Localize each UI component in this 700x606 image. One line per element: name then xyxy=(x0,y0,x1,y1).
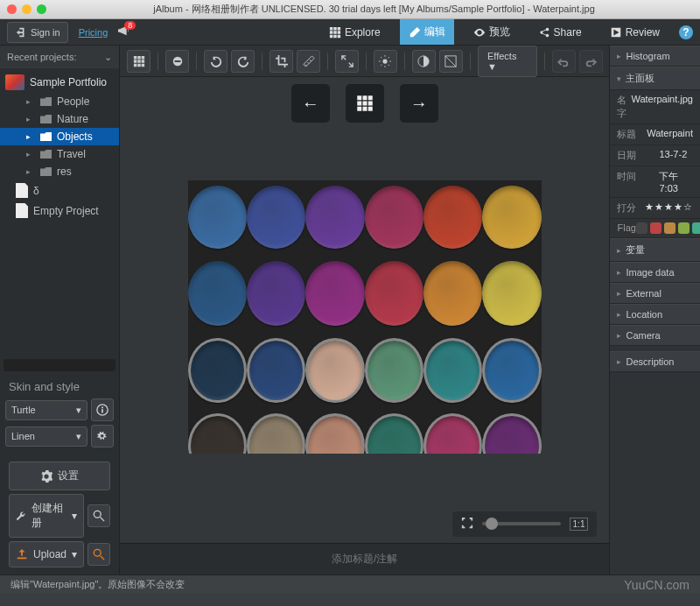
folder-icon xyxy=(40,150,52,159)
notif-badge: 8 xyxy=(124,21,136,30)
section-main-panel[interactable]: ▾主面板 xyxy=(610,67,700,90)
next-image-button[interactable]: → xyxy=(400,84,438,123)
search-icon xyxy=(93,510,105,522)
sidebar-scrollbar[interactable] xyxy=(4,359,116,371)
contrast-button[interactable] xyxy=(412,50,436,73)
search-upload-button[interactable] xyxy=(88,543,110,566)
expand-icon: ▸ xyxy=(26,150,35,159)
prop-value[interactable]: Waterpaint xyxy=(647,128,693,141)
flag-color[interactable] xyxy=(678,222,690,234)
chevron-down-icon: ▾ xyxy=(72,548,77,560)
create-album-label: 创建相册 xyxy=(32,501,66,531)
rotate-right-button[interactable] xyxy=(231,50,255,73)
flag-color[interactable] xyxy=(636,222,648,234)
section-variables[interactable]: ▸变量 xyxy=(610,238,700,262)
prop-name: 名字Waterpaint.jpg xyxy=(610,90,700,124)
settings-button[interactable]: 设置 xyxy=(9,462,110,490)
close-window[interactable] xyxy=(7,4,17,14)
theme-settings-button[interactable] xyxy=(91,425,114,447)
tree-label: Travel xyxy=(57,148,86,160)
tree-label: δ xyxy=(33,185,39,197)
skin-select[interactable]: Turtle▾ xyxy=(5,400,88,420)
help-button[interactable]: ? xyxy=(679,25,693,39)
zoom-fit-button[interactable] xyxy=(461,517,473,532)
rating-stars[interactable]: ★★★★☆ xyxy=(645,201,693,215)
flag-color[interactable] xyxy=(664,222,676,234)
exclude-button[interactable] xyxy=(165,50,189,73)
tree-item-people[interactable]: ▸People xyxy=(0,93,119,110)
tree-label: Objects xyxy=(57,130,93,143)
theme-value: Linen xyxy=(11,431,35,441)
section-external[interactable]: ▸External xyxy=(610,283,700,304)
edit-tab[interactable]: 编辑 xyxy=(400,19,454,45)
sign-in-button[interactable]: Sign in xyxy=(7,22,68,43)
flag-color[interactable] xyxy=(650,222,662,234)
rotate-left-button[interactable] xyxy=(204,50,228,73)
paint-pan xyxy=(424,413,482,454)
recent-projects-header[interactable]: Recent projects: ⌄ xyxy=(0,46,119,68)
caption-input[interactable]: 添加标题/注解 xyxy=(120,543,609,574)
flag-color[interactable] xyxy=(692,222,700,234)
redo-icon xyxy=(584,55,597,67)
flag-colors[interactable] xyxy=(636,222,700,234)
svg-point-1 xyxy=(94,511,101,518)
undo-button[interactable] xyxy=(552,50,576,73)
tree-label: Empty Project xyxy=(33,205,99,217)
straighten-button[interactable] xyxy=(297,50,320,73)
theme-select[interactable]: Linen▾ xyxy=(5,426,88,447)
review-tab[interactable]: Review xyxy=(601,21,668,44)
share-tab[interactable]: Share xyxy=(529,21,591,44)
tree-item-loose-1[interactable]: δ xyxy=(0,180,119,201)
prop-value[interactable]: 13-7-2 xyxy=(659,149,693,162)
grid-view-button[interactable] xyxy=(127,50,150,73)
skin-info-button[interactable] xyxy=(91,398,114,421)
tree-root[interactable]: Sample Portfolio xyxy=(0,72,119,93)
minus-circle-icon xyxy=(172,55,184,67)
skin-section-label: Skin and style xyxy=(0,373,119,397)
grid-return-button[interactable] xyxy=(346,84,384,123)
tree-item-travel[interactable]: ▸Travel xyxy=(0,145,119,163)
prop-key: 日期 xyxy=(617,149,659,162)
zoom-window[interactable] xyxy=(37,4,46,14)
section-location[interactable]: ▸Location xyxy=(610,304,700,325)
effects-dropdown[interactable]: Effects ▼ xyxy=(478,46,537,77)
section-camera[interactable]: ▸Camera xyxy=(610,325,700,346)
section-image-data[interactable]: ▸Image data xyxy=(610,262,700,283)
crop-button[interactable] xyxy=(270,50,293,73)
search-icon xyxy=(93,548,105,560)
search-album-button[interactable] xyxy=(88,504,110,527)
prop-value[interactable]: Waterpaint.jpg xyxy=(631,94,693,120)
expand-icon: ▸ xyxy=(617,268,621,277)
minimize-window[interactable] xyxy=(22,4,32,14)
upload-button[interactable]: Upload▾ xyxy=(9,541,84,567)
create-album-button[interactable]: 创建相册▾ xyxy=(9,494,84,538)
tree-item-loose-2[interactable]: Empty Project xyxy=(0,201,119,221)
upload-label: Upload xyxy=(33,548,66,560)
image-preview[interactable] xyxy=(188,180,542,454)
tree-item-objects[interactable]: ▸Objects xyxy=(0,128,119,145)
redo-button[interactable] xyxy=(579,50,603,73)
share-icon xyxy=(538,26,550,39)
prop-title: 标题Waterpaint xyxy=(610,124,700,145)
levels-button[interactable] xyxy=(439,50,463,73)
prop-value[interactable]: 下午7:03 xyxy=(659,170,693,194)
paint-pan xyxy=(305,413,364,454)
contrast-icon xyxy=(417,55,430,67)
prop-key: 时间 xyxy=(617,170,659,194)
tree-item-nature[interactable]: ▸Nature xyxy=(0,110,119,128)
adjust-button[interactable] xyxy=(374,50,397,73)
notifications-button[interactable]: 8 xyxy=(118,25,130,39)
resize-button[interactable] xyxy=(335,50,359,73)
preview-tab[interactable]: 预览 xyxy=(465,19,519,45)
prev-image-button[interactable]: ← xyxy=(291,84,330,123)
tree-item-res[interactable]: ▸res xyxy=(0,163,119,180)
review-label: Review xyxy=(626,26,660,39)
zoom-slider[interactable] xyxy=(482,522,561,525)
sign-in-label: Sign in xyxy=(31,27,60,38)
explore-tab[interactable]: Explore xyxy=(320,21,389,44)
section-histogram[interactable]: ▸Histogram xyxy=(610,46,700,67)
pricing-link[interactable]: Pricing xyxy=(79,27,108,38)
zoom-100-button[interactable]: 1:1 xyxy=(570,518,589,531)
expand-icon: ▸ xyxy=(26,97,35,106)
section-description[interactable]: ▸Description xyxy=(610,351,700,372)
